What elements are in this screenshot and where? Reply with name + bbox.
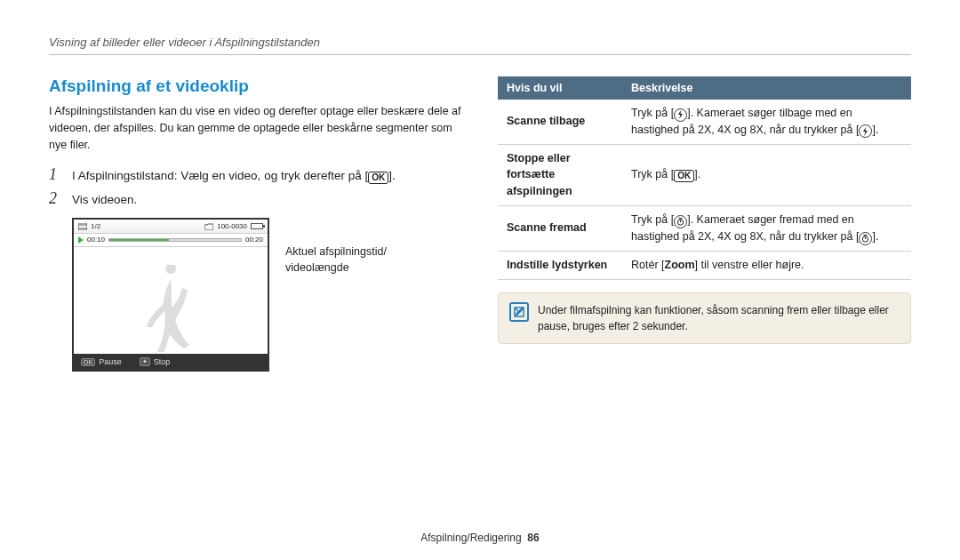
time-right: 00:20 xyxy=(245,236,263,244)
page-footer: Afspilning/Redigering 86 xyxy=(0,532,960,544)
cell-v: Rotér [Zoom] til venstre eller højre. xyxy=(622,251,911,279)
right-column: Hvis du vil Beskrivelse Scanne tilbage T… xyxy=(498,76,911,372)
zoom-bold: Zoom xyxy=(665,259,695,271)
screen-body xyxy=(74,247,268,354)
note-box: Under filmafspilning kan funktioner, sås… xyxy=(498,292,911,344)
th-action: Hvis du vil xyxy=(498,76,622,100)
screen-progress-row: 00:10 00:20 xyxy=(74,234,268,247)
figure-wrap: 1/2 100-0030 00:10 00:20 xyxy=(72,218,462,372)
th-desc: Beskrivelse xyxy=(622,76,911,100)
step-number: 2 xyxy=(49,189,63,208)
step-1-post: ]. xyxy=(388,169,396,182)
ok-icon: OK xyxy=(368,172,388,184)
row-pause-play: Stoppe eller fortsætte afspilningen Tryk… xyxy=(498,144,911,205)
flash-back-icon xyxy=(859,124,872,138)
footer-section: Afspilning/Redigering xyxy=(420,532,521,544)
caption-line-1: Aktuel afspilningstid/ xyxy=(285,245,387,258)
progress-bar xyxy=(108,238,242,242)
screen-topbar: 1/2 100-0030 xyxy=(74,220,268,234)
timer-fwd-icon xyxy=(859,232,872,245)
row-volume: Indstille lydstyrken Rotér [Zoom] til ve… xyxy=(498,251,911,279)
trash-key-icon: ✦ xyxy=(140,357,150,366)
options-table: Hvis du vil Beskrivelse Scanne tilbage T… xyxy=(498,76,911,280)
ok-key-icon: OK xyxy=(81,358,95,366)
t: ]. xyxy=(872,124,878,136)
cell-k: Indstille lydstyrken xyxy=(498,251,622,279)
t: Tryk på [ xyxy=(631,168,674,180)
cell-v: Tryk på [OK]. xyxy=(622,144,911,205)
intro-text: I Afspilningstilstanden kan du vise en v… xyxy=(49,103,462,153)
camera-screen-mock: 1/2 100-0030 00:10 00:20 xyxy=(72,218,269,372)
cell-v: Tryk på []. Kameraet søger fremad med en… xyxy=(622,205,911,251)
timer-fwd-icon xyxy=(674,215,687,228)
screen-counter: 1/2 xyxy=(91,222,100,230)
row-scan-back: Scanne tilbage Tryk på []. Kameraet søge… xyxy=(498,100,911,144)
flash-back-icon xyxy=(674,108,687,122)
folder-icon xyxy=(204,223,213,230)
step-2: 2 Vis videoen. xyxy=(49,189,462,210)
note-text: Under filmafspilning kan funktioner, sås… xyxy=(538,302,900,334)
step-1-pre: I Afspilningstilstand: Vælg en video, og… xyxy=(72,169,368,182)
step-number: 1 xyxy=(49,165,63,184)
stop-button-hint: ✦Stop xyxy=(140,357,171,366)
pause-label: Pause xyxy=(99,357,122,366)
step-list: 1 I Afspilningstilstand: Vælg en video, … xyxy=(49,165,462,209)
step-text: I Afspilningstilstand: Vælg en video, og… xyxy=(72,166,396,186)
battery-icon xyxy=(251,223,263,229)
pause-button-hint: OKPause xyxy=(81,357,122,366)
left-column: Afspilning af et videoklip I Afspilnings… xyxy=(49,76,462,372)
row-scan-fwd: Scanne fremad Tryk på []. Kameraet søger… xyxy=(498,205,911,251)
screen-file: 100-0030 xyxy=(217,222,247,230)
stop-label: Stop xyxy=(154,357,171,366)
time-left: 00:10 xyxy=(87,236,105,244)
t: Tryk på [ xyxy=(631,213,674,226)
cell-k: Stoppe eller fortsætte afspilningen xyxy=(498,144,622,205)
cell-k: Scanne fremad xyxy=(498,205,622,251)
cell-v: Tryk på []. Kameraet søger tilbage med e… xyxy=(622,100,911,144)
play-icon xyxy=(78,236,84,244)
page-number: 86 xyxy=(527,532,539,544)
film-icon xyxy=(78,223,87,230)
ok-icon: OK xyxy=(674,170,694,182)
figure-caption: Aktuel afspilningstid/ videolængde xyxy=(285,218,387,372)
breadcrumb: Visning af billeder eller videoer i Afsp… xyxy=(49,36,911,55)
caption-line-2: videolængde xyxy=(285,261,349,274)
step-1: 1 I Afspilningstilstand: Vælg en video, … xyxy=(49,165,462,186)
section-title: Afspilning af et videoklip xyxy=(49,76,462,96)
svg-rect-0 xyxy=(78,223,87,230)
t: ]. xyxy=(872,230,878,243)
dancer-silhouette xyxy=(140,265,202,354)
cell-k: Scanne tilbage xyxy=(498,100,622,144)
step-text: Vis videoen. xyxy=(72,190,137,210)
t: ]. xyxy=(694,168,700,180)
screen-footer: OKPause ✦Stop xyxy=(74,354,268,370)
note-icon xyxy=(509,302,529,322)
t: Tryk på [ xyxy=(631,107,674,119)
